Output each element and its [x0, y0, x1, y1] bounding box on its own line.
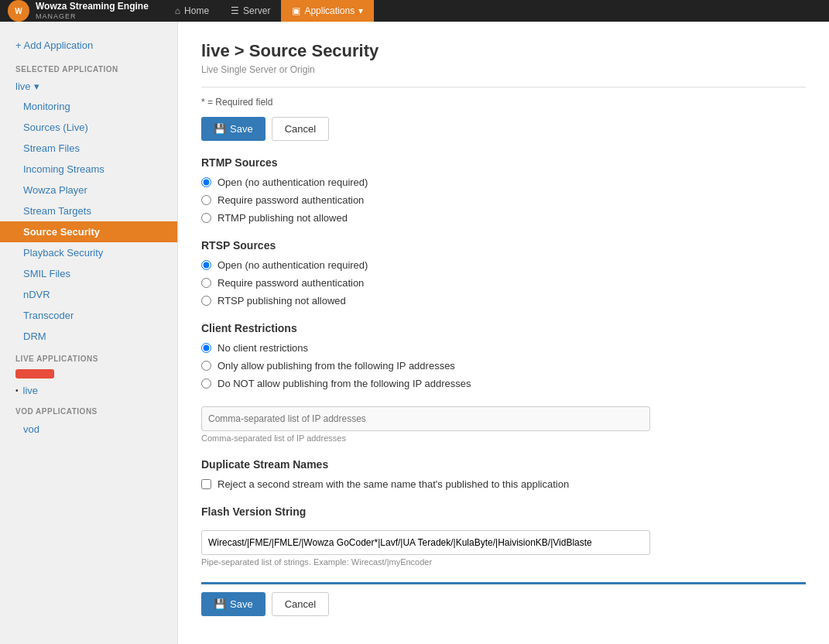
nav-server-label: Server	[243, 5, 270, 16]
flash-version-hint: Pipe-separated list of strings. Example:…	[201, 557, 806, 567]
ip-hint: Comma-separated list of IP addresses	[201, 433, 806, 443]
sidebar: + Add Application SELECTED APPLICATION l…	[0, 22, 178, 644]
rtmp-option-not-allowed: RTMP publishing not allowed	[201, 212, 806, 224]
sidebar-item-wowza-player[interactable]: Wowza Player	[0, 180, 177, 200]
rtsp-section-title: RTSP Sources	[201, 239, 806, 252]
rtsp-option-not-allowed: RTSP publishing not allowed	[201, 295, 806, 307]
page-title: live > Source Security	[201, 41, 806, 61]
vod-apps-section-label: VOD APPLICATIONS	[0, 399, 177, 419]
live-apps-section-label: LIVE APPLICATIONS	[0, 347, 177, 366]
rtsp-radio-password[interactable]	[201, 278, 211, 288]
required-note: * = Required field	[201, 97, 806, 108]
rtsp-sources-section: RTSP Sources Open (no authentication req…	[201, 239, 806, 307]
brand-logo-area: W Wowza Streaming Engine MANAGER	[8, 0, 149, 22]
main-content: live > Source Security Live Single Serve…	[178, 22, 829, 644]
chevron-down-icon: ▾	[358, 5, 363, 16]
rtmp-radio-password[interactable]	[201, 195, 211, 205]
client-option-no-restrictions: No client restrictions	[201, 342, 806, 354]
rtmp-radio-not-allowed[interactable]	[201, 213, 211, 223]
action-buttons: 💾 Save Cancel	[201, 117, 806, 141]
save-icon: 💾	[214, 123, 226, 135]
sidebar-item-drm[interactable]: DRM	[0, 326, 177, 347]
rtsp-open-label: Open (no authentication required)	[218, 259, 368, 271]
rtmp-password-label: Require password authentication	[218, 194, 364, 206]
brand-name: Wowza Streaming Engine	[36, 1, 149, 12]
rtmp-option-password: Require password authentication	[201, 194, 806, 206]
rtmp-radio-group: Open (no authentication required) Requir…	[201, 176, 806, 224]
live-app-label: live	[23, 385, 39, 396]
client-only-allow-label: Only allow publishing from the following…	[218, 360, 455, 372]
save-button[interactable]: 💾 Save	[201, 117, 265, 141]
chevron-down-icon: ▾	[34, 80, 39, 92]
cancel-button[interactable]: Cancel	[272, 117, 329, 141]
ip-address-input[interactable]	[201, 406, 650, 431]
rtmp-not-allowed-label: RTMP publishing not allowed	[218, 212, 348, 224]
client-radio-no-restrictions[interactable]	[201, 343, 211, 353]
duplicate-stream-checkbox-item: Reject a second stream with the same nam…	[201, 478, 806, 490]
sidebar-item-transcoder[interactable]: Transcoder	[0, 305, 177, 326]
client-option-only-allow: Only allow publishing from the following…	[201, 360, 806, 372]
sidebar-item-stream-files[interactable]: Stream Files	[0, 138, 177, 159]
client-radio-only-allow[interactable]	[201, 361, 211, 371]
client-restrictions-radio-group: No client restrictions Only allow publis…	[201, 342, 806, 389]
rtsp-not-allowed-label: RTSP publishing not allowed	[218, 295, 346, 307]
rtsp-option-password: Require password authentication	[201, 277, 806, 289]
sidebar-item-incoming-streams[interactable]: Incoming Streams	[0, 159, 177, 180]
client-restrictions-title: Client Restrictions	[201, 322, 806, 334]
main-layout: + Add Application SELECTED APPLICATION l…	[0, 22, 829, 644]
divider	[201, 87, 806, 87]
server-icon: ☰	[231, 5, 239, 16]
rtmp-radio-open[interactable]	[201, 177, 211, 187]
nav-applications[interactable]: ▣ Applications ▾	[281, 0, 374, 22]
client-radio-do-not-allow[interactable]	[201, 379, 211, 389]
add-application-button[interactable]: + Add Application	[0, 33, 177, 57]
brand-sub: MANAGER	[36, 12, 149, 21]
apps-icon: ▣	[292, 5, 300, 16]
page-subtitle: Live Single Server or Origin	[201, 64, 806, 75]
rtsp-password-label: Require password authentication	[218, 277, 364, 289]
rtmp-open-label: Open (no authentication required)	[218, 176, 368, 188]
sidebar-item-source-security[interactable]: Source Security	[0, 221, 177, 242]
sidebar-item-playback-security[interactable]: Playback Security	[0, 242, 177, 263]
rtmp-option-open: Open (no authentication required)	[201, 176, 806, 188]
top-navigation: W Wowza Streaming Engine MANAGER ⌂ Home …	[0, 0, 829, 22]
duplicate-stream-label: Reject a second stream with the same nam…	[218, 478, 569, 490]
sidebar-item-sources-live[interactable]: Sources (Live)	[0, 117, 177, 138]
sidebar-item-smil-files[interactable]: SMIL Files	[0, 263, 177, 284]
home-icon: ⌂	[175, 5, 180, 16]
duplicate-stream-names-title: Duplicate Stream Names	[201, 458, 806, 471]
rtsp-radio-not-allowed[interactable]	[201, 296, 211, 306]
client-no-restrictions-label: No client restrictions	[218, 342, 308, 354]
redacted-app-bar	[15, 369, 54, 379]
brand-logo-icon: W	[8, 0, 29, 22]
app-name-dropdown[interactable]: live ▾	[0, 77, 177, 96]
nav-server[interactable]: ☰ Server	[220, 0, 281, 22]
bottom-action-bar: 💾 Save Cancel	[201, 582, 806, 616]
app-name-label: live	[15, 80, 31, 92]
sidebar-item-ndvr[interactable]: nDVR	[0, 284, 177, 305]
flash-version-section: Flash Version String Pipe-separated list…	[201, 505, 806, 567]
sidebar-item-monitoring[interactable]: Monitoring	[0, 96, 177, 117]
client-option-do-not-allow: Do NOT allow publishing from the followi…	[201, 378, 806, 389]
selected-app-section-label: SELECTED APPLICATION	[0, 57, 177, 77]
duplicate-stream-names-section: Duplicate Stream Names Reject a second s…	[201, 458, 806, 490]
rtsp-radio-open[interactable]	[201, 260, 211, 270]
sidebar-item-vod[interactable]: vod	[0, 419, 177, 440]
save-icon-bottom: 💾	[214, 598, 226, 610]
duplicate-stream-checkbox[interactable]	[201, 479, 211, 489]
rtmp-sources-section: RTMP Sources Open (no authentication req…	[201, 156, 806, 224]
sidebar-live-app-entry[interactable]: • live	[0, 382, 177, 399]
rtmp-section-title: RTMP Sources	[201, 156, 806, 169]
client-restrictions-section: Client Restrictions No client restrictio…	[201, 322, 806, 443]
rtsp-option-open: Open (no authentication required)	[201, 259, 806, 271]
flash-version-input[interactable]	[201, 530, 650, 555]
bottom-save-button[interactable]: 💾 Save	[201, 592, 265, 616]
client-do-not-allow-label: Do NOT allow publishing from the followi…	[218, 378, 471, 389]
nav-home-label: Home	[184, 5, 209, 16]
nav-applications-label: Applications	[304, 5, 355, 16]
rtsp-radio-group: Open (no authentication required) Requir…	[201, 259, 806, 307]
nav-home[interactable]: ⌂ Home	[164, 0, 220, 22]
bottom-cancel-button[interactable]: Cancel	[272, 592, 329, 616]
nav-items: ⌂ Home ☰ Server ▣ Applications ▾	[164, 0, 374, 22]
sidebar-item-stream-targets[interactable]: Stream Targets	[0, 200, 177, 221]
